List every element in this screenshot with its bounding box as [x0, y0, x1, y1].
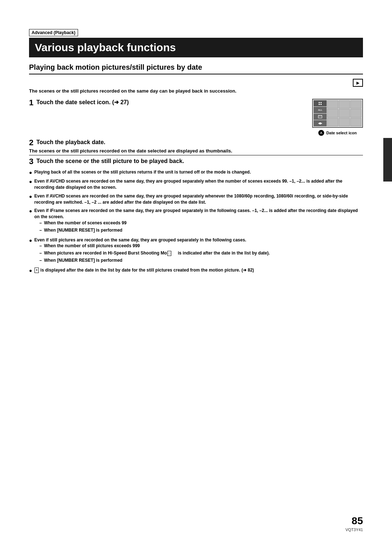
bullet-5: ● Even if still pictures are recorded on…	[29, 237, 363, 265]
bullet-text-4: Even if iFrame scenes are recorded on th…	[34, 208, 363, 234]
plus-icon: +	[34, 268, 38, 273]
bullet-2: ● Even if AVCHD scenes are recorded on t…	[29, 178, 363, 191]
bullet-text-2: Even if AVCHD scenes are recorded on the…	[34, 178, 363, 191]
bullet-dot-4: ●	[29, 208, 32, 214]
svg-rect-1	[320, 102, 322, 103]
bullet-1: ● Playing back of all the scenes or the …	[29, 169, 363, 176]
sidebar-top-btn	[314, 100, 327, 106]
page-footer: 85 VQT3Y41	[346, 515, 363, 532]
step2-number: 2	[29, 139, 33, 147]
section-title: Playing back motion pictures/still pictu…	[29, 63, 363, 74]
thumb-3	[350, 100, 362, 109]
bullets-section: ● Playing back of all the scenes or the …	[29, 169, 363, 274]
model-number: VQT3Y41	[346, 527, 363, 532]
svg-rect-2	[319, 104, 320, 105]
bullet-dot-3: ●	[29, 193, 32, 200]
step1-number: 1	[29, 99, 33, 107]
step2-content: Touch the playback date.	[36, 139, 363, 146]
right-edge-bar	[383, 138, 392, 182]
camera-ui: ALL ◀▶	[312, 99, 363, 128]
thumb-5	[339, 109, 350, 117]
sidebar-cal-btn	[314, 114, 327, 120]
thumb-7	[327, 118, 338, 126]
step1-text-area: 1 Touch the date select icon. (➜ 27)	[29, 99, 301, 108]
page-container: Advanced (Playback) Various playback fun…	[0, 0, 392, 554]
bullet-dot-6: ●	[29, 267, 32, 274]
page-number: 85	[346, 515, 363, 527]
step1-content: Touch the date select icon. (➜ 27)	[36, 99, 301, 106]
intro-text: The scenes or the still pictures recorde…	[29, 88, 363, 94]
sidebar-nav-btn: ◀▶	[314, 120, 327, 126]
advanced-playback-label: Advanced (Playback)	[29, 29, 78, 36]
play-icon-row: ▶	[29, 79, 363, 87]
step3-title: Touch the scene or the still picture to …	[36, 158, 184, 164]
sub-bullet-5-2: – When pictures are recorded in Hi-Speed…	[39, 250, 363, 256]
annotation-circle: A	[318, 130, 324, 136]
step1-row: 1 Touch the date select icon. (➜ 27)	[29, 99, 301, 107]
step3-content: Touch the scene or the still picture to …	[36, 158, 363, 165]
step1-image-area: ALL ◀▶	[312, 99, 363, 136]
thumb-6	[350, 109, 362, 117]
step2-container: 2 Touch the playback date. The scenes or…	[29, 139, 363, 154]
step1-arrow: (➜ 27)	[112, 99, 129, 105]
sub-bullet-5-3: – When [NUMBER RESET] is performed	[39, 257, 363, 264]
bullet-4: ● Even if iFrame scenes are recorded on …	[29, 208, 363, 234]
main-title: Various playback functions	[29, 38, 363, 57]
thumb-1	[327, 100, 338, 109]
sub-bullet-4-2: – When [NUMBER RESET] is performed	[39, 227, 363, 233]
bullet-text-1: Playing back of all the scenes or the st…	[34, 169, 363, 175]
step2-title: Touch the playback date.	[36, 139, 105, 145]
step1-title: Touch the date select icon. (➜ 27)	[36, 99, 129, 105]
thumb-9	[350, 118, 362, 126]
sub-bullet-5-2-text: When pictures are recorded in Hi-Speed B…	[44, 250, 270, 256]
annotation-row: A Date select icon	[318, 130, 357, 136]
sub-bullet-4-1: – When the number of scenes exceeds 99	[39, 220, 363, 226]
bullet-dot-1: ●	[29, 169, 32, 176]
step3-number: 3	[29, 158, 33, 166]
burst-mode-icon: □	[167, 251, 171, 256]
thumb-2	[339, 100, 350, 109]
bullet-text-6: + is displayed after the date in the lis…	[34, 267, 363, 273]
play-icon: ▶	[356, 81, 359, 85]
annotation-label: Date select icon	[326, 131, 357, 135]
thumb-8	[339, 118, 350, 126]
step1-container: 1 Touch the date select icon. (➜ 27)	[29, 99, 363, 136]
step2-desc: The scenes or the still pictures recorde…	[29, 148, 363, 154]
thumbnail-grid	[327, 100, 362, 126]
bullet-text-3: Even if AVCHD scenes are recorded on the…	[34, 193, 363, 205]
camera-sidebar: ALL ◀▶	[314, 100, 327, 126]
bullet-dot-2: ●	[29, 178, 32, 185]
svg-rect-0	[319, 102, 320, 103]
step2-row: 2 Touch the playback date.	[29, 139, 363, 147]
bullet-dot-5: ●	[29, 237, 32, 244]
bullet-3: ● Even if AVCHD scenes are recorded on t…	[29, 193, 363, 205]
svg-rect-4	[318, 115, 322, 118]
sub-bullet-5-1: – When the number of still pictures exce…	[39, 243, 363, 249]
play-icon-box: ▶	[353, 79, 363, 87]
svg-rect-3	[320, 104, 322, 105]
bullet-text-5: Even if still pictures are recorded on t…	[34, 237, 363, 265]
step3-container: 3 Touch the scene or the still picture t…	[29, 155, 363, 166]
thumb-4	[327, 109, 338, 117]
bullet-6: ● + is displayed after the date in the l…	[29, 267, 363, 274]
sidebar-all-btn: ALL	[314, 107, 327, 113]
